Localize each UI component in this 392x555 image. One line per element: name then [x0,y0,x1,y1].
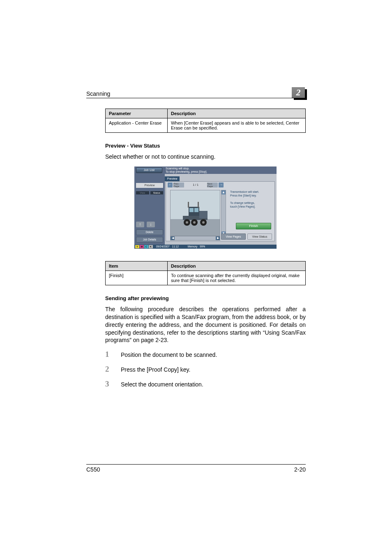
sidebar-status-btn[interactable]: Status [150,191,164,194]
screenshot-container: Job List Scanning will stop. To stop pre… [105,166,306,249]
step-number: 3 [105,379,121,388]
step-number: 1 [105,350,121,359]
footer-model: C550 [86,466,100,473]
ss-topbar: Job List Scanning will stop. To stop pre… [134,166,277,174]
toner-c-icon: C [144,245,148,248]
footer-page: 2-20 [294,466,306,473]
sidebar-view-btn[interactable]: View [136,191,149,194]
view-pages-button[interactable]: View Pages [221,234,246,240]
item-desc: To continue scanning after the currently… [167,271,305,285]
chapter-number: 2 [292,87,305,98]
sidebar-up-arrow[interactable]: ↑ [136,222,144,227]
col-description: Description [167,261,305,271]
sidebar-jobdetails-button[interactable]: Job Details [136,237,163,243]
svg-point-10 [193,221,196,224]
memory-label: Memory [188,245,197,248]
svg-rect-13 [188,202,189,208]
step-text: Press the [Proof Copy] key. [121,366,190,373]
sidebar-delete-button[interactable]: Delete [136,229,163,235]
running-title: Scanning [86,90,110,97]
pager-right-arrow[interactable]: → [219,183,224,187]
pager: ← Prev. Page 1 / 1 Next Page → [168,183,224,187]
page-footer: C550 2-20 [86,464,306,473]
device-screenshot: Job List Scanning will stop. To stop pre… [134,166,277,249]
vertical-scrollbar[interactable]: ▲ ▼ [221,190,226,236]
item-name: [Finish] [106,271,168,285]
status-bar: Y M C K 09/24/2007 11:12 Memory 99% [134,245,277,249]
page-indicator: 1 / 1 [185,183,206,186]
preview-image [170,190,220,236]
vscroll-up-icon[interactable]: ▲ [221,190,226,194]
ss-main: Preview ← Prev. Page 1 / 1 Next Page → [165,174,277,245]
msg1: Transmission will start. [230,190,259,193]
truck-icon [171,190,220,236]
view-status-button[interactable]: View Status [247,234,272,240]
msg3: To change settings, [230,201,255,204]
top-msg-2: To stop previewing, press [Stop]. [166,170,207,173]
col-item: Item [106,261,168,271]
toner-indicator: Y M C K [135,245,153,248]
preview-panel: ← Prev. Page 1 / 1 Next Page → [166,181,275,241]
hscroll-right-icon[interactable]: ▶ [216,236,220,240]
job-list-button[interactable]: Job List [136,167,162,173]
step-1: 1 Position the document to be scanned. [105,350,306,359]
hscroll-left-icon[interactable]: ◀ [171,236,175,240]
svg-rect-14 [198,202,199,208]
param-name: Application - Center Erase [106,118,168,133]
instruction-text: Transmission will start. Press the [Star… [230,190,273,208]
page-content: Parameter Description Application - Cent… [105,106,306,394]
para-sending: The following procedure describes the op… [105,305,306,344]
step-number: 2 [105,365,121,374]
svg-rect-4 [194,208,198,212]
toner-k-icon: K [149,245,153,248]
step-3: 3 Select the document orientation. [105,379,306,388]
finish-button[interactable]: Finish [236,223,271,229]
horizontal-scrollbar[interactable]: ◀ ▶ [170,236,220,240]
svg-point-8 [186,221,188,224]
svg-rect-6 [199,211,208,218]
step-text: Select the document orientation. [121,381,203,388]
heading-preview-viewstatus: Preview - View Status [105,143,306,149]
heading-sending-after-previewing: Sending after previewing [105,295,306,301]
msg2: Press the [Start] key. [230,194,256,197]
top-msg-1: Scanning will stop. [166,167,189,170]
status-date: 09/24/2007 [156,245,170,248]
step-2: 2 Press the [Proof Copy] key. [105,365,306,374]
msg4: touch [View Pages]. [230,205,256,208]
col-description: Description [167,109,305,118]
memory-value: 99% [200,245,205,248]
top-message: Scanning will stop. To stop previewing, … [166,167,207,173]
table-row: Application - Center Erase When [Center … [106,118,306,133]
item-table: Item Description [Finish] To continue sc… [105,261,306,285]
svg-rect-3 [189,208,194,212]
sidebar-preview-tab[interactable]: Preview [136,183,163,188]
step-text: Position the document to be scanned. [121,352,217,358]
running-header: Scanning 2 [86,86,306,98]
pager-left-arrow[interactable]: ← [168,183,173,187]
prev-page-button[interactable]: Prev. Page [173,183,184,187]
next-page-button[interactable]: Next Page [207,183,218,187]
para-preview-viewstatus: Select whether or not to continue scanni… [105,153,306,161]
steps-list: 1 Position the document to be scanned. 2… [105,350,306,388]
chapter-badge: 2 [292,87,306,99]
svg-point-12 [202,221,205,224]
col-parameter: Parameter [106,109,168,118]
preview-tab-label: Preview [165,176,180,181]
toner-m-icon: M [140,245,144,248]
toner-y-icon: Y [135,245,139,248]
param-desc: When [Center Erase] appears and is able … [167,118,305,133]
table-row: [Finish] To continue scanning after the … [106,271,306,285]
sidebar-down-arrow[interactable]: ↓ [147,222,155,227]
ss-sidebar: Preview View Status ↑ ↓ Delete Job Detai… [134,174,165,245]
param-table: Parameter Description Application - Cent… [105,109,306,133]
status-time: 11:12 [172,245,179,248]
